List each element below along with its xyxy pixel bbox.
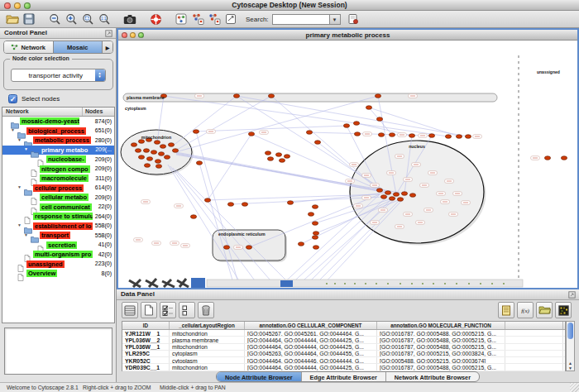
network-node[interactable] (389, 197, 395, 201)
tree-row[interactable]: response to stimulu264(0) (2, 212, 114, 222)
tab-overflow-arrow[interactable]: ▶ (103, 41, 112, 53)
expand-arrow-icon[interactable]: ▼ (17, 137, 22, 142)
network-node[interactable] (366, 106, 371, 110)
open-icon[interactable] (4, 12, 21, 26)
network-node[interactable] (164, 155, 170, 160)
float-panel-icon[interactable] (105, 30, 112, 37)
network-node[interactable] (151, 151, 156, 155)
network-node[interactable] (279, 159, 285, 163)
tree-header[interactable]: Network Nodes (2, 108, 114, 117)
network-node[interactable] (233, 94, 239, 98)
expand-arrow-icon[interactable]: ▼ (17, 184, 22, 189)
table-row[interactable]: YDR039C__1mitochondrion[GO:0044464, GO:0… (122, 364, 565, 370)
network-edge[interactable] (176, 152, 380, 190)
tree-row[interactable]: ▼primary metabo209(... (2, 146, 114, 155)
table-row[interactable]: YPL036W__2plasma membrane[GO:0044464, GO… (122, 337, 565, 343)
import-icon[interactable] (536, 302, 553, 318)
network-node[interactable] (154, 141, 160, 145)
resize-grip[interactable] (570, 383, 579, 392)
network-node[interactable] (353, 122, 359, 126)
tree-row[interactable]: nitrogen compo209(0) (2, 165, 114, 174)
network-edge[interactable] (170, 166, 259, 286)
tab-edge-attribute-browser[interactable]: Edge Attribute Browser (302, 372, 386, 381)
network-node[interactable] (268, 94, 274, 98)
matrix-icon[interactable] (555, 302, 572, 318)
node-color-dropdown[interactable]: transporter activity ▲▼ (11, 69, 106, 82)
search-dropdown-icon[interactable]: ▼ (330, 14, 341, 25)
network-node[interactable] (376, 117, 382, 122)
network-node[interactable] (160, 145, 165, 149)
network-node[interactable] (168, 143, 174, 147)
table-column-header[interactable]: annotation.GO MOLECULAR_FUNCTION (377, 322, 505, 329)
table-column-header[interactable]: _cellularLayoutRegion (170, 322, 245, 329)
network-node[interactable] (298, 242, 304, 246)
unselect-attributes-icon[interactable] (179, 302, 195, 318)
network-edge[interactable] (175, 96, 271, 151)
network-node[interactable] (354, 132, 360, 136)
table-column-header[interactable]: annotation.GO CELLULAR_COMPONENT (245, 322, 377, 329)
tree-row[interactable]: macromolecule311(0) (2, 174, 114, 184)
help-icon[interactable] (147, 12, 164, 26)
network-node[interactable] (246, 246, 251, 250)
table-scrollbar[interactable]: ▲▼ (566, 321, 575, 371)
network-node[interactable] (312, 205, 318, 209)
network-node[interactable] (155, 160, 160, 164)
new-network-from-edges-icon[interactable] (206, 12, 223, 26)
search-input[interactable] (272, 14, 330, 25)
tree-row[interactable]: ▼transport558(0) (2, 231, 114, 241)
vizmapper-icon[interactable] (173, 12, 189, 26)
table-row[interactable]: YLR295Ccytoplasm[GO:0045263, GO:0044464,… (122, 351, 565, 357)
tree-row[interactable]: cell communicat22(0) (2, 203, 114, 213)
scrollbar-arrows-icon[interactable]: ▲▼ (567, 361, 574, 370)
float-data-panel-icon[interactable] (568, 291, 576, 299)
tab-network[interactable]: Network (4, 41, 54, 53)
network-node[interactable] (172, 149, 178, 153)
network-edge[interactable] (208, 134, 251, 200)
network-node[interactable] (248, 132, 254, 136)
network-node[interactable] (204, 198, 210, 203)
table-column-header[interactable]: ID (122, 322, 170, 329)
network-node[interactable] (146, 157, 152, 161)
network-node[interactable] (227, 203, 233, 207)
network-node[interactable] (401, 192, 407, 196)
network-edge[interactable] (237, 96, 388, 193)
attribute-table[interactable]: ID_cellularLayoutRegionannotation.GO CEL… (122, 321, 566, 371)
network-edge[interactable] (196, 131, 239, 286)
network-node[interactable] (267, 157, 273, 161)
scrollbar-thumb[interactable] (567, 323, 573, 339)
tab-node-attribute-browser[interactable]: Node Attribute Browser (217, 372, 302, 381)
delete-attribute-icon[interactable] (198, 302, 214, 318)
birds-eye-view[interactable] (4, 327, 112, 375)
attribute-grid-icon[interactable] (122, 302, 138, 318)
network-node[interactable] (456, 135, 462, 139)
expand-arrow-icon[interactable]: ▼ (17, 222, 22, 227)
network-canvas[interactable]: plasma membranecytoplasmmitochondrionnuc… (118, 41, 577, 288)
network-node[interactable] (376, 189, 382, 193)
annotation-icon[interactable] (223, 12, 239, 26)
network-node[interactable] (144, 164, 150, 168)
network-node[interactable] (393, 193, 399, 197)
table-column-header[interactable] (505, 322, 563, 329)
search-options-icon[interactable] (345, 12, 361, 26)
notes-icon[interactable] (498, 302, 514, 318)
expand-arrow-icon[interactable]: ▼ (24, 146, 28, 151)
network-edge[interactable] (369, 108, 459, 136)
network-node[interactable] (313, 246, 318, 250)
network-node[interactable] (138, 140, 144, 144)
network-edge[interactable] (196, 126, 347, 131)
tree-row[interactable]: ▼cellular process614(0) (2, 184, 114, 194)
new-network-from-selection-icon[interactable] (189, 12, 206, 26)
network-node[interactable] (265, 151, 270, 155)
network-node[interactable] (312, 236, 318, 240)
network-node[interactable] (131, 143, 136, 147)
network-node[interactable] (284, 155, 290, 159)
network-node[interactable] (385, 191, 390, 195)
network-edge[interactable] (173, 168, 275, 286)
network-edge[interactable] (289, 196, 388, 286)
table-row[interactable]: YKR052Ccytoplasm[GO:0044464, GO:0044446,… (122, 357, 565, 364)
tree-row[interactable]: Overview8(0) (2, 269, 114, 279)
network-node[interactable] (313, 232, 318, 236)
network-node[interactable] (409, 134, 414, 138)
expand-arrow-icon[interactable]: ▼ (11, 127, 15, 132)
select-attributes-icon[interactable] (160, 302, 176, 318)
